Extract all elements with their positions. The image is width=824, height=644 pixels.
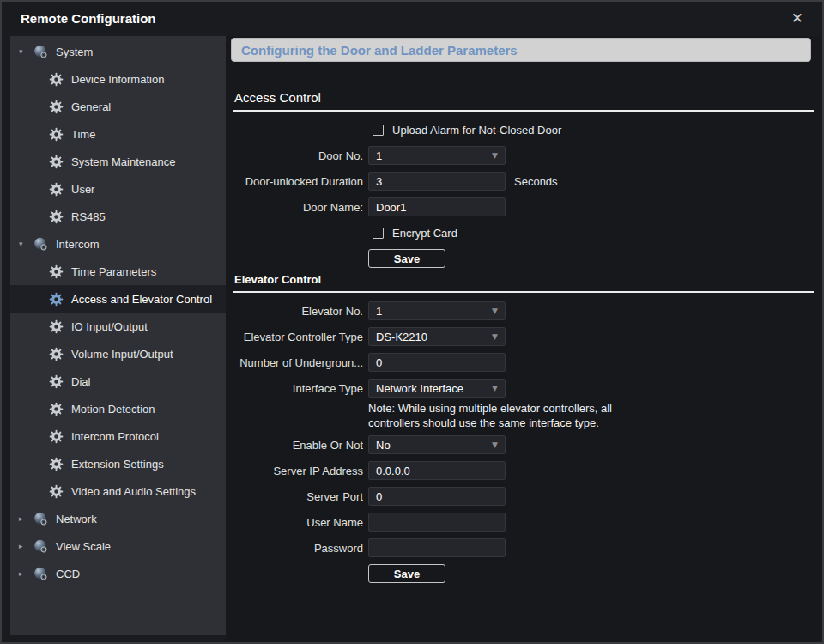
sidebar-item-label: Intercom	[56, 238, 100, 251]
chevron-down-icon: ▼	[492, 151, 498, 160]
door-unlocked-duration-input[interactable]	[368, 172, 506, 191]
access-control-section-title: Access Control	[234, 90, 814, 106]
server-ip-label: Server IP Address	[233, 465, 363, 477]
sidebar-tree: ▾SystemDevice InformationGeneralTimeSyst…	[10, 36, 226, 587]
sidebar-item-access-and-elevator-control[interactable]: Access and Elevator Control	[10, 285, 226, 313]
underground-floors-input[interactable]	[368, 353, 506, 372]
sidebar-item-label: System	[56, 46, 93, 58]
elevator-no-label: Elevator No.	[233, 305, 363, 318]
door-no-select[interactable]: 1 ▼	[368, 146, 506, 165]
chevron-right-icon[interactable]: ▸	[19, 514, 33, 523]
user-name-label: User Name	[233, 516, 363, 529]
sidebar-item-user[interactable]: User	[10, 175, 226, 203]
sidebar-item-time[interactable]: Time	[10, 120, 226, 148]
controller-type-row: Elevator Controller Type DS-K2210 ▼	[233, 327, 814, 346]
controller-type-select[interactable]: DS-K2210 ▼	[368, 327, 506, 346]
main-panel: Configuring the Door and Ladder Paramete…	[226, 36, 821, 641]
elevator-save-button[interactable]: Save	[368, 564, 445, 583]
category-sphere-gear-icon	[33, 512, 48, 526]
sidebar-item-label: View Scale	[56, 540, 111, 553]
interface-type-row: Interface Type Network Interface ▼	[233, 379, 814, 398]
user-name-input[interactable]	[368, 513, 506, 532]
sidebar-item-label: Device Information	[71, 73, 164, 86]
interface-type-select[interactable]: Network Interface ▼	[368, 379, 506, 398]
elevator-control-section-title: Elevator Control	[234, 273, 814, 287]
sidebar-item-network[interactable]: ▸Network	[10, 505, 226, 532]
remote-configuration-window: Remote Configuration ✕ ▾SystemDevice Inf…	[0, 0, 824, 644]
sidebar-item-video-and-audio-settings[interactable]: Video and Audio Settings	[10, 477, 226, 505]
sidebar-item-intercom[interactable]: ▾Intercom	[10, 230, 226, 258]
sidebar-item-label: IO Input/Output	[71, 320, 148, 333]
chevron-down-icon[interactable]: ▾	[19, 240, 33, 248]
gear-icon	[49, 374, 64, 389]
door-no-row: Door No. 1 ▼	[233, 146, 814, 165]
enable-or-not-label: Enable Or Not	[233, 439, 363, 452]
sidebar-item-intercom-protocol[interactable]: Intercom Protocol	[10, 422, 226, 450]
sidebar-item-rs485[interactable]: RS485	[10, 203, 226, 230]
encrypt-card-checkbox[interactable]	[373, 228, 384, 239]
sidebar-item-label: CCD	[56, 568, 80, 580]
sidebar-item-label: Time Parameters	[71, 265, 156, 278]
close-icon[interactable]: ✕	[786, 9, 809, 27]
door-unlocked-duration-label: Door-unlocked Duration	[233, 175, 363, 188]
sidebar-item-device-information[interactable]: Device Information	[10, 65, 226, 93]
sidebar-item-time-parameters[interactable]: Time Parameters	[10, 258, 226, 285]
door-name-label: Door Name:	[233, 201, 363, 214]
sidebar-item-label: Dial	[71, 375, 90, 388]
upload-alarm-row: Upload Alarm for Not-Closed Door	[233, 120, 814, 139]
chevron-down-icon: ▼	[492, 332, 498, 341]
access-save-button[interactable]: Save	[368, 249, 445, 268]
interface-type-note: Note: While using multiple elevator cont…	[368, 401, 626, 430]
enable-or-not-value: No	[376, 439, 391, 452]
navigation-sidebar: ▾SystemDevice InformationGeneralTimeSyst…	[10, 36, 226, 635]
sidebar-item-label: System Maintenance	[71, 155, 175, 168]
chevron-right-icon[interactable]: ▸	[19, 569, 33, 578]
sidebar-item-label: Volume Input/Output	[71, 348, 173, 361]
gear-icon	[49, 182, 64, 197]
gear-icon	[49, 72, 64, 87]
encrypt-card-row: Encrypt Card	[233, 223, 814, 242]
underground-floors-label: Number of Undergroun...	[233, 356, 363, 369]
duration-unit-label: Seconds	[514, 175, 558, 188]
upload-alarm-checkbox[interactable]	[373, 125, 384, 136]
category-sphere-gear-icon	[33, 567, 48, 581]
sidebar-item-system[interactable]: ▾System	[10, 38, 226, 65]
chevron-down-icon: ▼	[492, 384, 498, 392]
sidebar-item-label: General	[71, 100, 111, 113]
gear-icon	[49, 264, 64, 279]
sidebar-item-dial[interactable]: Dial	[10, 368, 226, 395]
enable-or-not-select[interactable]: No ▼	[368, 435, 506, 454]
chevron-down-icon[interactable]: ▾	[19, 47, 33, 56]
sidebar-item-label: Intercom Protocol	[71, 430, 159, 443]
door-no-value: 1	[376, 149, 382, 162]
gear-icon	[49, 319, 64, 334]
gear-icon	[49, 429, 64, 444]
configuration-form: Access Control Upload Alarm for Not-Clos…	[233, 90, 814, 583]
sidebar-item-motion-detection[interactable]: Motion Detection	[10, 395, 226, 422]
password-input[interactable]	[368, 538, 506, 557]
sidebar-item-general[interactable]: General	[10, 93, 226, 120]
controller-type-label: Elevator Controller Type	[233, 331, 363, 343]
sidebar-item-extension-settings[interactable]: Extension Settings	[10, 450, 226, 477]
upload-alarm-label: Upload Alarm for Not-Closed Door	[392, 124, 561, 137]
elevator-no-select[interactable]: 1 ▼	[368, 301, 506, 320]
gear-icon	[49, 402, 64, 416]
controller-type-value: DS-K2210	[376, 331, 427, 343]
gear-icon	[49, 155, 64, 169]
gear-icon	[49, 210, 64, 224]
sidebar-item-label: Access and Elevator Control	[71, 293, 212, 306]
sidebar-item-label: Motion Detection	[71, 403, 155, 416]
chevron-right-icon[interactable]: ▸	[19, 542, 33, 550]
server-ip-input[interactable]	[368, 461, 506, 480]
page-title: Configuring the Door and Ladder Paramete…	[241, 43, 518, 58]
chevron-down-icon: ▼	[492, 307, 498, 315]
sidebar-item-view-scale[interactable]: ▸View Scale	[10, 532, 226, 560]
encrypt-card-label: Encrypt Card	[392, 227, 457, 240]
sidebar-item-io-input-output[interactable]: IO Input/Output	[10, 313, 226, 340]
sidebar-item-ccd[interactable]: ▸CCD	[10, 560, 226, 587]
sidebar-item-system-maintenance[interactable]: System Maintenance	[10, 148, 226, 175]
door-name-input[interactable]	[368, 197, 506, 216]
sidebar-item-volume-input-output[interactable]: Volume Input/Output	[10, 340, 226, 368]
server-port-input[interactable]	[368, 487, 506, 506]
server-port-row: Server Port	[233, 487, 814, 506]
